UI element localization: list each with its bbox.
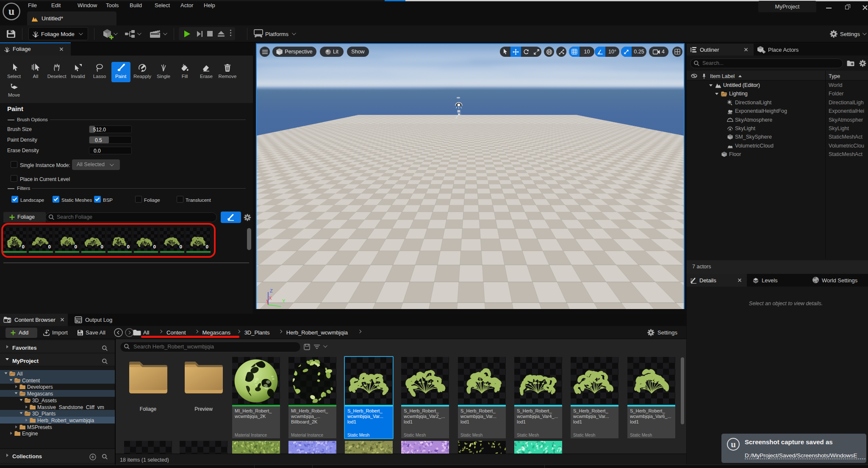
svg-text:u: u [8,5,14,17]
svg-text:Z: Z [270,288,273,293]
svg-text:X: X [269,295,272,301]
svg-text:Y: Y [282,298,286,304]
